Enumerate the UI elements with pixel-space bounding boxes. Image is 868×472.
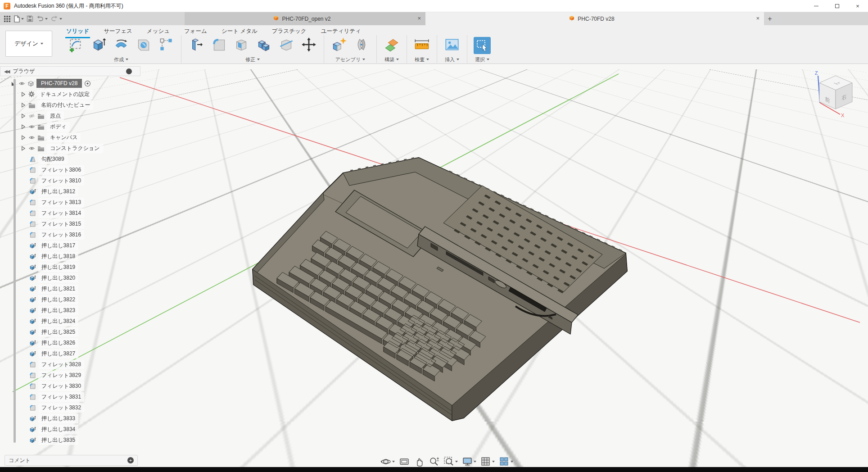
feature-label[interactable]: 押し出し3834 (38, 425, 78, 434)
browser-scrollbar[interactable] (14, 79, 16, 443)
app-grid-icon[interactable] (4, 15, 11, 23)
browser-feature-row[interactable]: 押し出し3822 (0, 294, 140, 305)
feature-label[interactable]: フィレット3830 (38, 381, 84, 391)
shell-icon[interactable] (233, 36, 250, 55)
fillet-icon[interactable] (210, 36, 227, 55)
hole-icon[interactable] (135, 36, 152, 55)
group-label-construct[interactable]: 構築 (384, 56, 399, 63)
feature-label[interactable]: 勾配3089 (38, 154, 68, 164)
feature-label[interactable]: 押し出し3826 (38, 338, 78, 348)
browser-folder-row[interactable]: ボディ (0, 121, 140, 132)
group-label-insert[interactable]: 挿入 (445, 56, 459, 63)
browser-folder-row[interactable]: ドキュメントの設定 (0, 89, 140, 100)
folder-label[interactable]: 名前の付いたビュー (38, 100, 93, 110)
redo-icon[interactable] (50, 15, 62, 22)
comment-bar[interactable]: コメント + (5, 455, 138, 466)
file-menu-icon[interactable] (14, 15, 24, 23)
model-phc70fd[interactable] (253, 157, 627, 421)
browser-feature-row[interactable]: 押し出し3821 (0, 283, 140, 294)
split-body-icon[interactable] (278, 36, 295, 55)
move-copy-icon[interactable] (300, 36, 317, 55)
browser-folder-row[interactable]: コンストラクション (0, 143, 140, 154)
browser-folder-row[interactable]: 名前の付いたビュー (0, 100, 140, 110)
feature-label[interactable]: 押し出し3812 (38, 187, 78, 196)
browser-feature-row[interactable]: 押し出し3834 (0, 424, 140, 435)
group-label-create[interactable]: 作成 (114, 56, 128, 63)
browser-feature-row[interactable]: フィレット3806 (0, 164, 140, 175)
browser-root-row[interactable]: PHC-70FD v28 (0, 78, 140, 89)
browser-folder-row[interactable]: キャンバス (0, 132, 140, 143)
folder-label[interactable]: ドキュメントの設定 (37, 90, 93, 99)
browser-feature-row[interactable]: フィレット3829 (0, 370, 140, 381)
save-icon[interactable] (27, 15, 33, 22)
browser-feature-row[interactable]: フィレット3810 (0, 175, 140, 186)
maximize-button[interactable] (827, 0, 847, 12)
feature-label[interactable]: 押し出し3821 (38, 284, 78, 294)
browser-feature-row[interactable]: フィレット3832 (0, 402, 140, 413)
feature-label[interactable]: 押し出し3820 (38, 273, 78, 283)
minimize-button[interactable] (806, 0, 827, 12)
feature-label[interactable]: 押し出し3825 (38, 327, 78, 337)
measure-icon[interactable] (413, 36, 430, 55)
feature-label[interactable]: フィレット3816 (38, 230, 84, 240)
browser-feature-row[interactable]: フィレット3814 (0, 208, 140, 218)
browser-feature-row[interactable]: 押し出し3817 (0, 240, 140, 251)
feature-label[interactable]: フィレット3815 (38, 219, 84, 229)
insert-canvas-icon[interactable] (443, 36, 461, 55)
folder-label[interactable]: ボディ (47, 122, 70, 132)
root-component-label[interactable]: PHC-70FD v28 (36, 79, 82, 88)
browser-feature-row[interactable]: 押し出し3823 (0, 305, 140, 316)
group-label-assemble[interactable]: アセンブリ (335, 56, 365, 63)
browser-feature-row[interactable]: 押し出し3812 (0, 186, 140, 197)
feature-label[interactable]: 押し出し3822 (38, 295, 78, 304)
zoom-icon[interactable] (429, 456, 439, 467)
grid-settings-icon[interactable] (480, 456, 495, 467)
feature-label[interactable]: 押し出し3833 (38, 414, 78, 423)
folder-label[interactable]: 原点 (47, 111, 64, 121)
browser-feature-row[interactable]: フィレット3815 (0, 218, 140, 229)
browser-feature-row[interactable]: 押し出し3827 (0, 348, 140, 359)
folder-label[interactable]: コンストラクション (47, 144, 103, 153)
feature-label[interactable]: フィレット3806 (38, 165, 84, 175)
document-tab[interactable]: PHC-70FD_open v2 × (185, 12, 425, 25)
feature-label[interactable]: 押し出し3823 (38, 306, 78, 315)
look-at-icon[interactable] (399, 456, 410, 467)
feature-label[interactable]: 押し出し3824 (38, 317, 78, 326)
add-comment-icon[interactable]: + (127, 457, 134, 463)
browser-feature-row[interactable]: 押し出し3819 (0, 262, 140, 272)
close-tab-icon[interactable]: × (756, 15, 760, 21)
group-label-inspect[interactable]: 検査 (415, 56, 429, 63)
feature-label[interactable]: フィレット3814 (38, 209, 84, 218)
feature-label[interactable]: フィレット3813 (38, 198, 84, 207)
viewports-icon[interactable] (499, 456, 513, 467)
feature-label[interactable]: 押し出し3817 (38, 241, 78, 250)
browser-feature-row[interactable]: フィレット3831 (0, 391, 140, 402)
joint-icon[interactable] (353, 36, 370, 55)
document-tab[interactable]: PHC-70FD v28 × (425, 12, 764, 25)
browser-feature-row[interactable]: フィレット3813 (0, 197, 140, 208)
browser-header[interactable]: ◀◀ ブラウザ (0, 66, 140, 76)
browser-feature-row[interactable]: 押し出し3833 (0, 413, 140, 424)
orbit-icon[interactable] (380, 456, 395, 467)
browser-options-icon[interactable] (126, 68, 132, 74)
group-label-modify[interactable]: 修正 (245, 56, 260, 63)
close-tab-icon[interactable]: × (417, 15, 421, 21)
browser-feature-row[interactable]: 押し出し3824 (0, 316, 140, 327)
viewport-3d[interactable]: Z X 上 前 右 ◀◀ ブラウザ PHC-70FD v28ドキュメントの設定名… (0, 64, 868, 472)
browser-feature-row[interactable]: 押し出し3820 (0, 272, 140, 283)
collapse-panel-icon[interactable]: ◀◀ (4, 69, 9, 74)
group-label-select[interactable]: 選択 (475, 56, 489, 63)
view-cube[interactable]: Z X 上 前 右 (815, 70, 852, 118)
browser-feature-row[interactable]: フィレット3828 (0, 359, 140, 370)
browser-feature-row[interactable]: 押し出し3835 (0, 435, 140, 445)
feature-label[interactable]: フィレット3832 (38, 403, 84, 413)
feature-label[interactable]: フィレット3829 (38, 371, 84, 380)
workspace-selector[interactable]: デザイン (5, 31, 52, 57)
new-tab-button[interactable]: + (764, 12, 776, 25)
browser-feature-row[interactable]: フィレット3816 (0, 229, 140, 240)
feature-label[interactable]: フィレット3810 (38, 176, 84, 186)
browser-feature-row[interactable]: フィレット3830 (0, 381, 140, 391)
pan-icon[interactable] (414, 456, 425, 467)
combine-icon[interactable] (255, 36, 272, 55)
display-settings-icon[interactable] (462, 456, 476, 467)
